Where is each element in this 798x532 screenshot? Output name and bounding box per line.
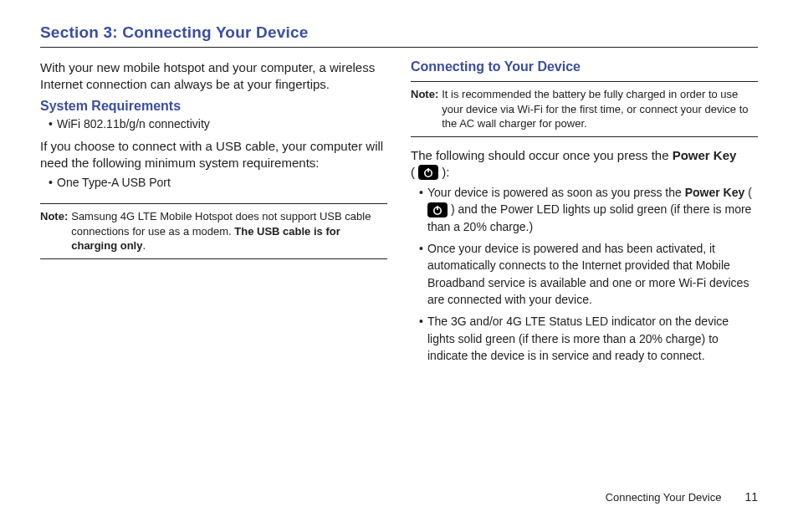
usb-intro-paragraph: If you choose to connect with a USB cabl… bbox=[40, 138, 387, 172]
text-part: ) and the Power LED lights up solid gree… bbox=[427, 202, 751, 233]
page-footer: Connecting Your Device 11 bbox=[606, 490, 758, 504]
title-rule bbox=[40, 47, 758, 48]
power-icon bbox=[427, 202, 448, 217]
intro-paragraph: With your new mobile hotspot and your co… bbox=[40, 59, 387, 94]
note-block-left: Note: Samsung 4G LTE Mobile Hotspot does… bbox=[40, 203, 387, 259]
list-item: One Type-A USB Port bbox=[49, 174, 387, 192]
left-column: With your new mobile hotspot and your co… bbox=[40, 59, 387, 369]
power-key-label: Power Key bbox=[673, 148, 737, 162]
power-key-label: Power Key bbox=[685, 186, 745, 199]
note-text: Samsung 4G LTE Mobile Hotspot does not s… bbox=[71, 209, 387, 253]
text-part: The following should occur once you pres… bbox=[411, 148, 673, 162]
text-part: ): bbox=[438, 165, 449, 179]
text-part: Your device is powered as soon as you pr… bbox=[427, 186, 685, 199]
note-text-part2: . bbox=[142, 239, 146, 252]
requirements-list-1: WiFi 802.11b/g/n connectivity bbox=[40, 115, 387, 134]
text-part: ( bbox=[411, 165, 418, 179]
section-title: Section 3: Connecting Your Device bbox=[40, 23, 758, 42]
requirements-list-2: One Type-A USB Port bbox=[40, 174, 387, 192]
list-item: The 3G and/or 4G LTE Status LED indicato… bbox=[419, 313, 758, 364]
right-column: Connecting to Your Device Note: It is re… bbox=[411, 59, 758, 369]
note-block-right: Note: It is recommended the battery be f… bbox=[411, 81, 758, 137]
power-icon bbox=[418, 165, 438, 180]
system-requirements-heading: System Requirements bbox=[40, 99, 387, 114]
following-paragraph: The following should occur once you pres… bbox=[411, 147, 758, 182]
footer-label: Connecting Your Device bbox=[606, 491, 722, 504]
note-label: Note: bbox=[411, 87, 438, 131]
steps-list: Your device is powered as soon as you pr… bbox=[411, 184, 758, 364]
note-text: It is recommended the battery be fully c… bbox=[442, 87, 758, 131]
list-item: Once your device is powered and has been… bbox=[419, 240, 758, 308]
list-item: WiFi 802.11b/g/n connectivity bbox=[49, 115, 387, 134]
two-column-layout: With your new mobile hotspot and your co… bbox=[40, 59, 758, 369]
text-part: ( bbox=[744, 186, 752, 199]
connecting-heading: Connecting to Your Device bbox=[411, 59, 758, 74]
page-number: 11 bbox=[744, 490, 758, 504]
list-item: Your device is powered as soon as you pr… bbox=[419, 184, 758, 235]
note-label: Note: bbox=[40, 209, 68, 253]
